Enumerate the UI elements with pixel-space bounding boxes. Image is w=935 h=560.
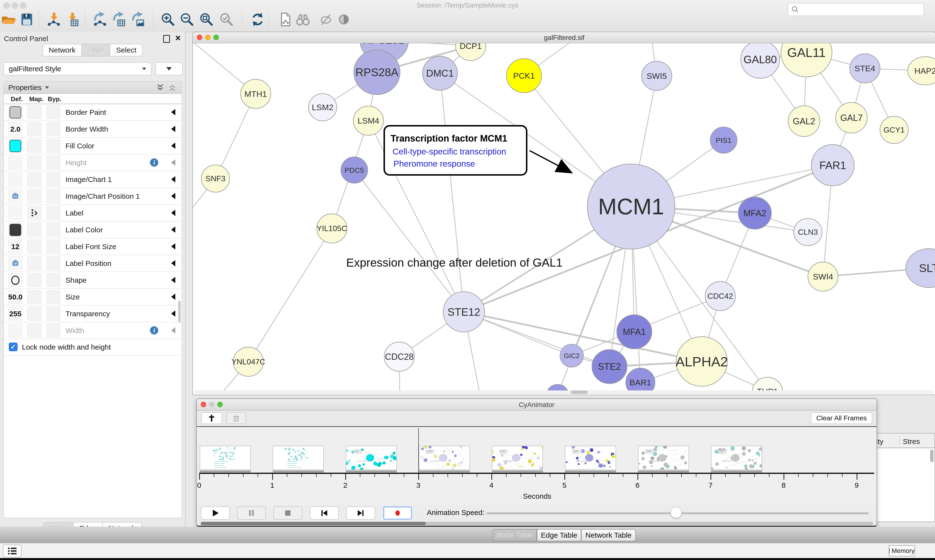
property-byp-cell[interactable] <box>46 307 60 321</box>
chevron-left-icon[interactable] <box>171 109 175 115</box>
expand-all-icon[interactable] <box>168 83 177 92</box>
node-FAR1[interactable]: FAR1 <box>811 145 854 186</box>
zoom-fit-icon[interactable] <box>199 12 214 27</box>
tab-network-table[interactable]: Network Table <box>581 529 636 541</box>
frame-thumbnail-4[interactable] <box>492 446 543 470</box>
network-document-icon[interactable] <box>278 12 293 27</box>
property-byp-cell[interactable] <box>46 240 60 254</box>
search-box[interactable] <box>788 3 924 16</box>
properties-scrollbar[interactable] <box>178 301 181 323</box>
property-map-cell[interactable] <box>27 139 42 153</box>
frame-thumbnail-7[interactable] <box>711 446 762 470</box>
chevron-left-icon[interactable] <box>171 260 175 266</box>
edge-YNL047C-YIL105C[interactable] <box>248 228 332 362</box>
node-GCY1[interactable]: GCY1 <box>880 116 908 143</box>
property-def-cell[interactable] <box>8 139 22 153</box>
node-PDC5[interactable]: PDC5 <box>341 157 368 183</box>
node-MTH1[interactable]: MTH1 <box>241 79 271 109</box>
node-GAL2[interactable]: GAL2 <box>788 106 820 137</box>
node-GAL11[interactable]: GAL11 <box>781 43 832 77</box>
scrollbar-thumb[interactable] <box>201 522 426 525</box>
node-CDC28[interactable]: CDC28 <box>384 342 414 371</box>
property-map-cell[interactable] <box>27 122 42 136</box>
node-ALPHA2[interactable]: ALPHA2 <box>676 337 728 386</box>
property-def-cell[interactable]: 12 <box>8 240 22 254</box>
show-details-icon[interactable] <box>336 12 352 27</box>
property-map-cell[interactable] <box>27 189 42 203</box>
property-row-label-color[interactable]: Label Color <box>4 222 182 238</box>
property-map-cell[interactable] <box>27 156 42 169</box>
property-def-cell[interactable] <box>8 206 22 220</box>
node-MFA1[interactable]: MFA1 <box>617 315 652 349</box>
node-LSM2[interactable]: LSM2 <box>309 94 337 121</box>
property-byp-cell[interactable] <box>46 256 60 270</box>
property-def-cell[interactable] <box>8 172 22 186</box>
annotation-link-2[interactable]: Pheromone response <box>393 159 475 168</box>
network-window-titlebar[interactable]: galFiltered.sif <box>193 32 935 43</box>
tab-style[interactable]: Style <box>82 44 110 57</box>
property-def-cell[interactable]: 2.0 <box>8 122 22 136</box>
property-def-cell[interactable]: 50.0 <box>8 290 22 304</box>
style-dropdown[interactable]: galFiltered Style <box>3 62 151 75</box>
property-row-label-position[interactable]: Label Position <box>4 255 182 272</box>
property-map-cell[interactable] <box>27 307 42 321</box>
node-SWI4[interactable]: SWI4 <box>808 262 838 291</box>
node-STE2[interactable]: STE2 <box>592 349 627 384</box>
chevron-left-icon[interactable] <box>171 176 175 182</box>
property-row-image-chart-1[interactable]: Image/Chart 1 <box>4 171 182 188</box>
node-CLN3[interactable]: CLN3 <box>794 218 822 246</box>
node-DCP1[interactable]: DCP1 <box>455 43 486 61</box>
clear-all-frames-button[interactable]: Clear All Frames <box>811 412 872 424</box>
chevron-left-icon[interactable] <box>171 193 175 199</box>
property-map-cell[interactable] <box>27 256 42 270</box>
zoom-selected-icon[interactable] <box>219 12 234 27</box>
node-PCK1[interactable]: PCK1 <box>506 58 542 93</box>
property-byp-cell[interactable] <box>46 189 60 203</box>
node-MFA2[interactable]: MFA2 <box>738 197 771 229</box>
export-network-icon[interactable] <box>92 12 108 27</box>
delete-frame-button[interactable] <box>227 412 246 424</box>
property-row-image-chart-position-1[interactable]: Image/Chart Position 1 <box>4 188 182 205</box>
frame-thumbnail-1[interactable] <box>273 446 324 470</box>
float-panel-icon[interactable] <box>163 35 170 43</box>
property-def-cell[interactable] <box>8 156 22 169</box>
table-row[interactable]: 2 <box>874 481 935 489</box>
property-byp-cell[interactable] <box>46 206 60 220</box>
property-map-cell[interactable] <box>27 105 42 119</box>
property-map-cell[interactable] <box>27 223 42 237</box>
add-frame-button[interactable] <box>201 412 222 424</box>
property-def-cell[interactable] <box>8 189 22 203</box>
table-row[interactable]: 2 <box>874 497 935 505</box>
property-byp-cell[interactable] <box>46 122 60 136</box>
property-row-width[interactable]: Widthi <box>4 322 182 339</box>
annotation-link-1[interactable]: Cell-type-specific transcription <box>392 147 506 156</box>
property-map-cell[interactable] <box>27 172 42 186</box>
skip-start-button[interactable] <box>310 506 339 520</box>
property-def-cell[interactable] <box>8 105 22 119</box>
frame-thumbnail-2[interactable] <box>346 446 397 470</box>
hide-details-icon[interactable] <box>318 12 333 27</box>
tab-edge-table[interactable]: Edge Table <box>537 529 581 541</box>
property-def-cell[interactable] <box>8 256 22 270</box>
property-byp-cell[interactable] <box>46 139 60 153</box>
frame-thumbnail-3[interactable] <box>419 446 470 470</box>
refresh-layout-icon[interactable] <box>250 12 265 27</box>
node-PIS1[interactable]: PIS1 <box>710 127 737 153</box>
zoom-out-icon[interactable] <box>179 12 195 27</box>
node-SLT[interactable]: SLT <box>906 249 935 288</box>
property-def-cell[interactable] <box>8 223 22 237</box>
memory-button[interactable]: Memory <box>889 545 915 556</box>
property-row-shape[interactable]: Shape <box>4 272 182 289</box>
stop-button[interactable] <box>273 506 302 520</box>
chevron-left-icon[interactable] <box>171 277 175 283</box>
save-session-icon[interactable] <box>19 12 35 27</box>
table-row[interactable]: 2 <box>874 513 935 521</box>
node-TUP1[interactable]: TUP1 <box>752 377 782 391</box>
property-byp-cell[interactable] <box>46 223 60 237</box>
edge-PDC5-STE12[interactable] <box>354 170 464 312</box>
zoom-in-icon[interactable] <box>160 12 176 27</box>
tab-select[interactable]: Select <box>110 44 143 57</box>
open-session-icon[interactable] <box>1 12 17 27</box>
property-def-cell[interactable] <box>8 273 22 287</box>
network-horizontal-scrollbar[interactable] <box>194 391 934 394</box>
